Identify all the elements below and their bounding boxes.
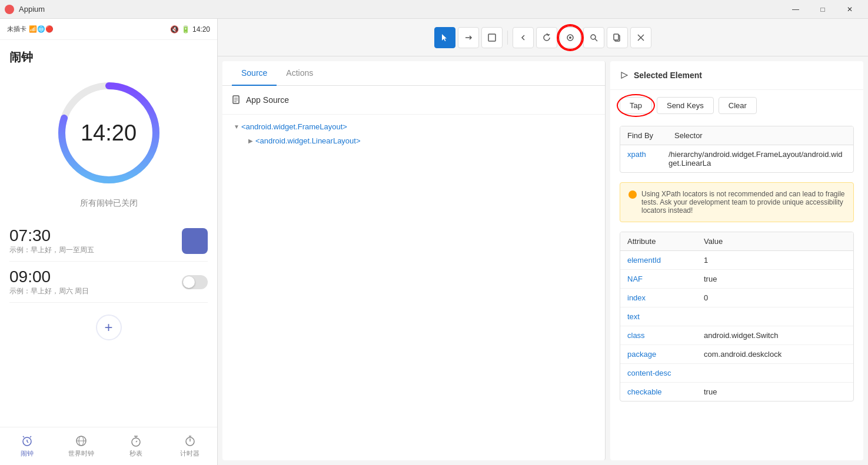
clock-ring: 14:20 [53,77,165,189]
element-actions: Tap Send Keys Clear [610,90,863,121]
attr-name-checkable: checkable [620,383,697,401]
title-bar-left: Appium [5,5,45,14]
tap-button[interactable]: Tap [620,97,652,114]
app-title: Appium [19,5,45,14]
attr-val-content-desc [697,364,853,382]
selected-element-panel: Selected Element Tap Send Keys Clear Fin… [610,61,863,460]
svg-point-20 [591,35,596,39]
svg-line-13 [136,441,137,442]
nav-label-world: 世界时钟 [68,449,94,458]
app-icon [5,5,14,14]
inspect-button[interactable] [560,27,581,48]
source-tree: ▼ <android.widget.FrameLayout> ▶ <androi… [222,115,605,460]
attr-name-content-desc: content-desc [620,364,697,382]
tab-actions[interactable]: Actions [277,61,322,86]
alarm-desc-1: 示例：早上好，周一至周五 [9,245,94,255]
tab-bar: Source Actions [222,61,605,86]
close-button[interactable]: ✕ [836,0,863,19]
attr-row-content-desc: content-desc [620,364,853,383]
select-tool-button[interactable] [434,27,455,48]
alarm-nav-icon [21,434,34,447]
phone-panel: 未插卡 📶🌐🔴 🔇 🔋 14:20 闹钟 [0,19,218,465]
svg-rect-17 [488,34,495,41]
status-time: 14:20 [192,25,210,34]
alarm-info-2: 09:00 示例：早上好，周六 周日 [9,267,89,296]
svg-line-4 [27,441,28,443]
attributes-table: Attribute Value elementId 1 NAF true ind… [620,232,854,402]
tree-item-linearlayout[interactable]: ▶ <android.widget.LinearLayout> [232,133,596,148]
status-icons: 📶🌐🔴 [29,25,54,33]
attr-name-text: text [620,307,697,326]
nav-item-stopwatch[interactable]: 秒表 [109,427,163,465]
attr-row-checkable: checkable true [620,383,853,401]
tab-source[interactable]: Source [232,61,277,86]
tree-item-framelayout[interactable]: ▼ <android.widget.FrameLayout> [232,119,596,133]
clock-container: 14:20 [9,77,208,189]
xpath-label: xpath [627,150,669,159]
tap-area-button[interactable] [481,27,503,48]
find-by-table: Find By Selector xpath /hierarchy/androi… [620,126,854,173]
attr-col-header: Attribute [620,232,697,250]
xpath-row: xpath /hierarchy/android.widget.FrameLay… [620,145,853,172]
nav-label-stopwatch: 秒表 [129,449,142,458]
bottom-nav: 闹钟 世界时钟 [0,427,217,465]
attr-val-checkable: true [697,383,853,401]
right-panel: Source Actions App Source ▼ [218,19,868,465]
refresh-button[interactable] [536,27,557,48]
maximize-button[interactable]: □ [809,0,836,19]
attr-row-package: package com.android.deskclock [620,345,853,364]
svg-rect-23 [614,34,618,40]
nav-label-alarm: 闹钟 [21,449,34,458]
attrs-header: Attribute Value [620,232,853,251]
alarm-item-2[interactable]: 09:00 示例：早上好，周六 周日 [9,262,208,303]
nav-item-alarm[interactable]: 闹钟 [0,427,54,465]
selector-col-header: Selector [667,126,710,145]
status-sim: 未插卡 [7,25,26,34]
attr-val-elementid: 1 [697,251,853,269]
svg-line-21 [595,39,597,41]
element-icon [620,71,629,80]
alarm-item-1[interactable]: 07:30 示例：早上好，周一至周五 [9,220,208,262]
nav-label-timer: 计时器 [180,449,199,458]
svg-marker-30 [621,72,627,78]
back-button[interactable] [513,27,534,48]
toolbar-sep-1 [507,31,508,45]
nav-item-timer[interactable]: 计时器 [163,427,217,465]
selected-element-title: Selected Element [634,71,702,80]
attr-row-class: class android.widget.Switch [620,326,853,345]
phone-app-title: 闹钟 [9,49,208,65]
nav-item-world[interactable]: 世界时钟 [54,427,108,465]
status-mute: 🔇 [170,25,179,34]
title-bar-controls: — □ ✕ [782,0,863,19]
tree-arrow-1: ▼ [232,122,241,131]
search-button[interactable] [583,27,604,48]
attr-row-index: index 0 [620,289,853,307]
xpath-value: /hierarchy/android.widget.FrameLayout/an… [669,150,846,168]
svg-point-18 [567,35,573,41]
add-alarm-button[interactable]: + [96,315,122,340]
attr-name-package: package [620,345,697,363]
minimize-button[interactable]: — [782,0,809,19]
phone-content: 闹钟 14:20 [0,40,217,362]
app-source-header: App Source [222,86,605,115]
send-keys-button[interactable]: Send Keys [657,97,714,114]
svg-point-19 [569,36,571,39]
tree-arrow-2: ▶ [246,136,255,145]
copy-button[interactable] [607,27,628,48]
svg-line-5 [23,436,24,437]
clear-button[interactable]: Clear [719,97,757,114]
warning-dot [628,190,637,199]
attr-val-index: 0 [697,289,853,307]
attr-row-naf: NAF true [620,270,853,289]
main-layout: 未插卡 📶🌐🔴 🔇 🔋 14:20 闹钟 [0,19,868,465]
svg-line-6 [30,436,31,437]
attr-val-class: android.widget.Switch [697,326,853,344]
world-nav-icon [75,434,88,447]
swipe-tool-button[interactable] [458,27,479,48]
value-col-header: Value [697,232,853,250]
content-area: Source Actions App Source ▼ [218,56,868,465]
status-battery: 🔋 [181,25,190,34]
attr-row-elementid: elementId 1 [620,251,853,270]
toolbar-close-button[interactable] [630,27,651,48]
alarm-toggle-2[interactable] [182,275,208,289]
